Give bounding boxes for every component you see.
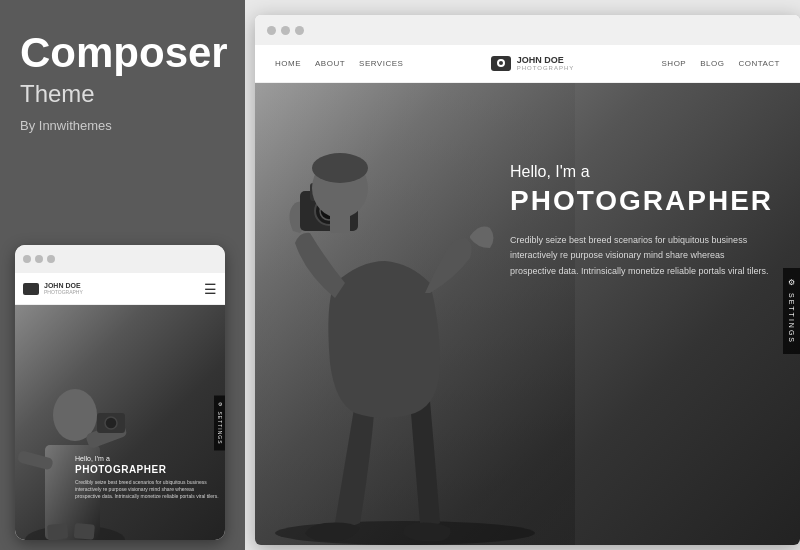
desktop-settings-label: SETTINGS <box>788 293 795 344</box>
mobile-nav: JOHN DOE PHOTOGRAPHY ☰ <box>15 273 225 305</box>
nav-services[interactable]: SERVICES <box>359 59 403 68</box>
mobile-photographer-text: PHOTOGRAPHER <box>75 464 220 475</box>
desktop-photographer-text: PHOTOGRAPHER <box>510 185 770 217</box>
desktop-body-text: Credibly seize best breed scenarios for … <box>510 233 770 279</box>
nav-about[interactable]: ABOUT <box>315 59 345 68</box>
mobile-dot-2 <box>35 255 43 263</box>
camera-icon <box>23 283 39 295</box>
photographer-figure-desktop <box>255 83 575 545</box>
nav-contact[interactable]: CONTACT <box>738 59 780 68</box>
left-panel: Composer Theme By Innwithemes JOHN DOE P… <box>0 0 245 550</box>
mobile-mockup: JOHN DOE PHOTOGRAPHY ☰ <box>15 245 225 540</box>
svg-point-6 <box>105 417 117 429</box>
desktop-camera-icon <box>491 56 511 71</box>
mobile-settings-tab[interactable]: ⚙ SETTINGS <box>214 395 225 450</box>
mobile-dot-3 <box>47 255 55 263</box>
desktop-logo-name: JOHN DOE <box>517 56 575 66</box>
mobile-settings-label: SETTINGS <box>217 411 223 444</box>
right-panel: HOME ABOUT SERVICES JOHN DOE PHOTOGRAPHY… <box>245 0 800 550</box>
desktop-dot-2 <box>281 26 290 35</box>
svg-rect-18 <box>330 213 350 233</box>
settings-gear-icon-mobile: ⚙ <box>217 401 223 408</box>
desktop-dot-1 <box>267 26 276 35</box>
svg-rect-7 <box>47 523 68 540</box>
desktop-mockup: HOME ABOUT SERVICES JOHN DOE PHOTOGRAPHY… <box>255 15 800 545</box>
mobile-body-text: Credibly seize best breed scenarios for … <box>75 479 220 500</box>
desktop-hero: Hello, I'm a PHOTOGRAPHER Credibly seize… <box>255 83 800 545</box>
mobile-hello-text: Hello, I'm a <box>75 455 220 462</box>
settings-gear-icon-desktop: ⚙ <box>787 278 796 289</box>
nav-blog[interactable]: BLOG <box>700 59 724 68</box>
theme-author: By Innwithemes <box>20 118 225 133</box>
mobile-dot-1 <box>23 255 31 263</box>
desktop-settings-tab[interactable]: ⚙ SETTINGS <box>783 268 800 354</box>
desktop-logo-area: JOHN DOE PHOTOGRAPHY <box>491 56 575 72</box>
svg-point-17 <box>312 153 368 183</box>
photographer-figure-mobile <box>15 305 135 540</box>
desktop-logo-sub: PHOTOGRAPHY <box>517 65 575 71</box>
desktop-logo-text-block: JOHN DOE PHOTOGRAPHY <box>517 56 575 72</box>
desktop-dot-3 <box>295 26 304 35</box>
mobile-hero-background <box>15 305 225 540</box>
desktop-nav: HOME ABOUT SERVICES JOHN DOE PHOTOGRAPHY… <box>255 45 800 83</box>
mobile-logo-name: JOHN DOE <box>44 282 83 290</box>
theme-title: Composer <box>20 30 225 76</box>
desktop-nav-left-links: HOME ABOUT SERVICES <box>275 59 403 68</box>
desktop-title-bar <box>255 15 800 45</box>
mobile-logo-area: JOHN DOE PHOTOGRAPHY <box>23 282 83 296</box>
mobile-logo-text: JOHN DOE PHOTOGRAPHY <box>44 282 83 296</box>
mobile-title-bar <box>15 245 225 273</box>
nav-home[interactable]: HOME <box>275 59 301 68</box>
desktop-hello-text: Hello, I'm a <box>510 163 770 181</box>
hamburger-icon[interactable]: ☰ <box>204 281 217 297</box>
mobile-logo-sub: PHOTOGRAPHY <box>44 289 83 295</box>
desktop-hero-background <box>255 83 800 545</box>
camera-lens <box>497 59 505 67</box>
mobile-hero-text: Hello, I'm a PHOTOGRAPHER Credibly seize… <box>75 455 220 500</box>
nav-shop[interactable]: SHOP <box>662 59 687 68</box>
mobile-hero: Hello, I'm a PHOTOGRAPHER Credibly seize… <box>15 305 225 540</box>
desktop-nav-right-links: SHOP BLOG CONTACT <box>662 59 780 68</box>
svg-rect-8 <box>74 523 95 540</box>
theme-subtitle: Theme <box>20 80 225 108</box>
desktop-hero-content: Hello, I'm a PHOTOGRAPHER Credibly seize… <box>510 163 770 279</box>
